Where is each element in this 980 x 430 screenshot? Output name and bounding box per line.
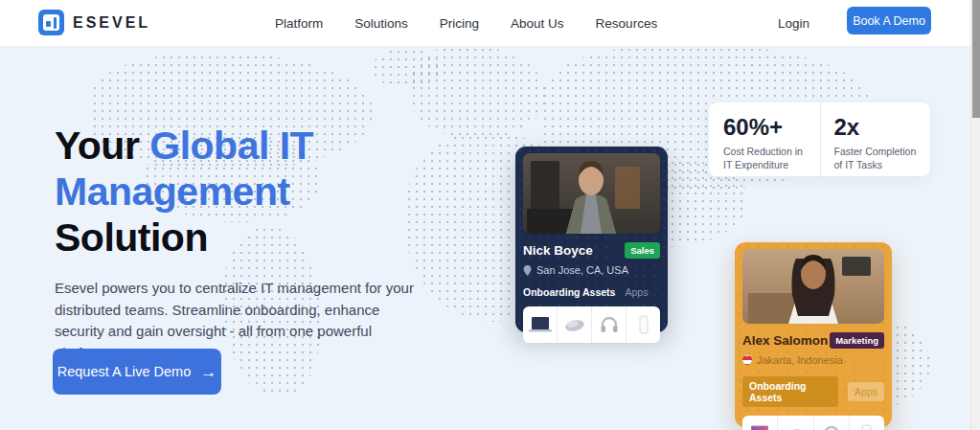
role-badge: Marketing bbox=[830, 332, 884, 349]
employee-card-nick-boyce: Nick Boyce Sales San Jose, CA, USA Onboa… bbox=[515, 147, 668, 332]
header: ESEVEL Platform Solutions Pricing About … bbox=[0, 0, 970, 46]
nav-item-platform[interactable]: Platform bbox=[275, 16, 323, 31]
login-link[interactable]: Login bbox=[778, 0, 809, 46]
hero-section: Your Global IT Management Solution Eseve… bbox=[0, 46, 970, 430]
headphones-icon bbox=[591, 306, 626, 343]
logo-mark-icon bbox=[38, 10, 64, 35]
employee-photo bbox=[742, 249, 884, 324]
laptop-icon bbox=[742, 416, 777, 430]
nav-item-solutions[interactable]: Solutions bbox=[354, 16, 408, 31]
stats-card: 60%+ Cost Reduction in IT Expenditure 2x… bbox=[709, 102, 930, 176]
vertical-scrollbar[interactable] bbox=[970, 0, 980, 430]
employee-name: Nick Boyce bbox=[523, 243, 593, 258]
employee-card-alex-salomon: Alex Salomon Marketing Jakarta, Indonesi… bbox=[735, 242, 892, 427]
main-nav: Platform Solutions Pricing About Us Reso… bbox=[275, 0, 657, 46]
asset-thumbnails bbox=[523, 306, 660, 343]
employee-photo bbox=[523, 153, 660, 234]
employee-location: San Jose, CA, USA bbox=[536, 264, 628, 276]
nav-item-pricing[interactable]: Pricing bbox=[440, 16, 479, 31]
headline-accent-2: Management bbox=[55, 169, 313, 215]
headline-accent-1: Global IT bbox=[149, 124, 313, 168]
headline-black-1: Your bbox=[55, 124, 139, 168]
asset-thumbnails bbox=[742, 416, 884, 430]
employee-name: Alex Salomon bbox=[742, 333, 828, 348]
nav-item-about-us[interactable]: About Us bbox=[511, 16, 564, 31]
arrow-right-icon: → bbox=[200, 364, 217, 380]
scrollbar-thumb[interactable] bbox=[972, 0, 980, 118]
location-pin-icon bbox=[523, 265, 532, 276]
nav-item-resources[interactable]: Resources bbox=[596, 16, 658, 31]
employee-location: Jakarta, Indonesia bbox=[757, 354, 843, 366]
flag-indonesia-icon bbox=[742, 355, 752, 365]
request-live-demo-button[interactable]: Request A Live Demo → bbox=[53, 349, 221, 395]
stat-cost-reduction: 60%+ Cost Reduction in IT Expenditure bbox=[709, 102, 820, 176]
tab-apps: Apps bbox=[848, 382, 884, 401]
role-badge: Sales bbox=[625, 242, 660, 259]
tab-onboarding-assets: Onboarding Assets bbox=[523, 286, 615, 298]
mouse-icon bbox=[557, 306, 591, 343]
mouse-icon bbox=[777, 416, 812, 430]
phone-icon bbox=[626, 306, 660, 343]
stat-value: 60%+ bbox=[723, 114, 820, 141]
stat-faster-completion: 2x Faster Completion of IT Tasks bbox=[820, 102, 931, 176]
request-live-demo-label: Request A Live Demo bbox=[57, 364, 191, 379]
laptop-icon bbox=[523, 306, 557, 343]
stat-label: Cost Reduction in IT Expenditure bbox=[723, 146, 820, 171]
stat-label: Faster Completion of IT Tasks bbox=[834, 146, 931, 171]
headphones-icon bbox=[813, 416, 849, 430]
phone-icon bbox=[849, 416, 884, 430]
headline-black-2: Solution bbox=[55, 215, 313, 260]
book-a-demo-button[interactable]: Book A Demo bbox=[847, 7, 931, 34]
tab-onboarding-assets: Onboarding Assets bbox=[742, 376, 838, 407]
stat-value: 2x bbox=[834, 114, 931, 141]
landing-page: ESEVEL Platform Solutions Pricing About … bbox=[0, 0, 980, 430]
brand-name: ESEVEL bbox=[73, 14, 150, 32]
hero-headline: Your Global IT Management Solution bbox=[55, 123, 313, 260]
brand-logo[interactable]: ESEVEL bbox=[38, 10, 150, 35]
tab-apps: Apps bbox=[625, 286, 648, 298]
